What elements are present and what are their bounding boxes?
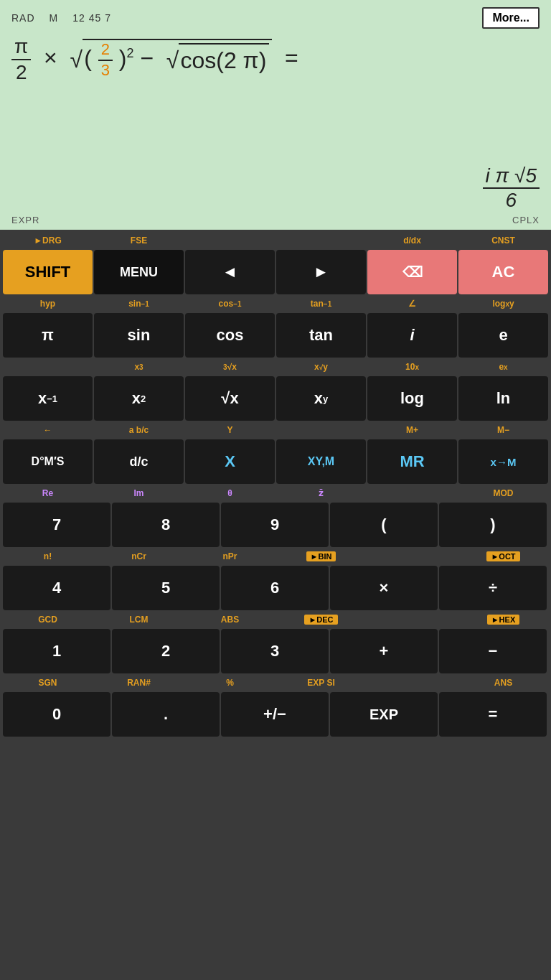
xinv-button[interactable]: x−1 [3, 376, 93, 421]
xtoM-button[interactable]: x→M [458, 439, 548, 484]
btn-row-0: SHIFT MENU ◄ ► ⌫ AC [3, 250, 548, 294]
i-button[interactable]: i [367, 313, 457, 358]
ln-button[interactable]: ln [458, 376, 548, 421]
0-button[interactable]: 0 [3, 692, 110, 737]
label-row-0: ►DRG FSE d/dx CNST [3, 233, 548, 248]
menu-button[interactable]: MENU [94, 250, 184, 294]
6-button[interactable]: 6 [221, 566, 329, 610]
hex-badge: ►HEX [487, 615, 520, 625]
label-row-6: GCD LCM ABS ►DEC ►HEX [3, 612, 548, 627]
mode-digits: 12 45 7 [72, 12, 111, 24]
two-thirds-fraction: 2 3 [98, 40, 113, 80]
plusminus-button[interactable]: +/− [221, 692, 329, 737]
pi-button[interactable]: π [3, 313, 93, 358]
btn-row-5: 4 5 6 × ÷ [3, 566, 548, 610]
label-xrty: x√y [276, 359, 366, 375]
left-arrow-button[interactable]: ◄ [185, 250, 275, 294]
dc-button[interactable]: d/c [94, 439, 184, 484]
right-arrow-button[interactable]: ► [276, 250, 366, 294]
4-button[interactable]: 4 [3, 566, 110, 610]
dms-button[interactable]: D°M′S [3, 439, 93, 484]
equals-button[interactable]: = [439, 692, 547, 737]
label-row-3: ← a b/c Y M+ M− [3, 422, 548, 438]
xy-button[interactable]: xy [276, 376, 366, 421]
label-fse: FSE [94, 233, 184, 248]
8-button[interactable]: 8 [112, 503, 220, 547]
cplx-label: CPLX [512, 215, 540, 225]
plus-button[interactable]: + [330, 629, 438, 673]
5-button[interactable]: 5 [112, 566, 220, 610]
e-button[interactable]: e [458, 313, 548, 358]
display-bottom-bar: EXPR CPLX [11, 212, 540, 225]
keypad: ►DRG FSE d/dx CNST SHIFT MENU ◄ ► ⌫ AC h… [0, 230, 551, 980]
label-x3: x3 [94, 359, 184, 375]
expr-label: EXPR [11, 215, 39, 225]
oct-badge: ►OCT [486, 551, 519, 561]
dot-button[interactable]: . [112, 692, 220, 737]
multiply-button[interactable]: × [330, 566, 438, 610]
tan-button[interactable]: tan [276, 313, 366, 358]
more-button[interactable]: More... [482, 7, 540, 29]
label-cbrt: 3√x [185, 359, 275, 375]
label-RANN: RAN# [94, 675, 184, 691]
label-Re: Re [3, 485, 93, 501]
label-10x: 10x [367, 359, 457, 375]
cos-button[interactable]: cos [185, 313, 275, 358]
btn-row-6: 1 2 3 + − [3, 629, 548, 673]
label-row-7: SGN RAN# % EXP SI ANS [3, 675, 548, 691]
label-mplus: M+ [367, 422, 457, 438]
backspace-button[interactable]: ⌫ [367, 250, 457, 294]
log-button[interactable]: log [367, 376, 457, 421]
label-theta: θ [185, 485, 275, 501]
rparen-button[interactable]: ) [439, 503, 547, 547]
label-mminus: M− [458, 422, 548, 438]
label-row-2: x3 3√x x√y 10x ex [3, 359, 548, 375]
MR-button[interactable]: MR [367, 439, 457, 484]
label-EXPSI: EXP SI [276, 675, 366, 691]
1-button[interactable]: 1 [3, 629, 110, 673]
X-button[interactable]: X [185, 439, 275, 484]
2-button[interactable]: 2 [112, 629, 220, 673]
label-angle: ∠ [367, 296, 457, 312]
label-ex: ex [458, 359, 548, 375]
label-row-5: n! nCr nPr ►BIN ►OCT [3, 549, 548, 564]
lparen-button[interactable]: ( [330, 503, 438, 547]
x2-button[interactable]: x2 [94, 376, 184, 421]
label-nfact: n! [3, 549, 93, 564]
label-row-4: Re Im θ z̄ MOD [3, 485, 548, 501]
label-cnst: CNST [458, 233, 548, 248]
dec-badge: ►DEC [304, 615, 337, 625]
sin-button[interactable]: sin [94, 313, 184, 358]
label-GCD: GCD [3, 612, 93, 627]
divide-button[interactable]: ÷ [439, 566, 547, 610]
sqrt-button[interactable]: √x [185, 376, 275, 421]
label-logxy: logx y [458, 296, 548, 312]
mode-m: M [50, 12, 59, 24]
9-button[interactable]: 9 [221, 503, 329, 547]
result-expression: i π √5 6 [483, 164, 540, 212]
label-Y: Y [185, 422, 275, 438]
result-area: i π √5 6 [11, 164, 540, 212]
btn-row-7: 0 . +/− EXP = [3, 692, 548, 737]
label-Im: Im [94, 485, 184, 501]
btn-row-3: D°M′S d/c X XY,M MR x→M [3, 439, 548, 484]
label-percent: % [185, 675, 275, 691]
shift-button[interactable]: SHIFT [3, 250, 93, 294]
XYM-button[interactable]: XY,M [276, 439, 366, 484]
calculator-display: RAD M 12 45 7 More... π 2 × √ ( 2 3 [0, 0, 551, 230]
btn-row-1: π sin cos tan i e [3, 313, 548, 358]
btn-row-2: x−1 x2 √x xy log ln [3, 376, 548, 421]
expression-area: π 2 × √ ( 2 3 )2 − √ cos(2 π) [11, 34, 540, 157]
label-sin-inv: sin−1 [94, 296, 184, 312]
label-ncr: nCr [94, 549, 184, 564]
label-arrow-left: ← [3, 422, 93, 438]
label-zbar: z̄ [276, 485, 366, 501]
7-button[interactable]: 7 [3, 503, 110, 547]
label-row-1: hyp sin−1 cos−1 tan−1 ∠ logx y [3, 296, 548, 312]
main-expression: π 2 × √ ( 2 3 )2 − √ cos(2 π) [11, 34, 540, 84]
minus-button[interactable]: − [439, 629, 547, 673]
EXP-button[interactable]: EXP [330, 692, 438, 737]
label-ABS: ABS [185, 612, 275, 627]
ac-button[interactable]: AC [458, 250, 548, 294]
3-button[interactable]: 3 [221, 629, 329, 673]
